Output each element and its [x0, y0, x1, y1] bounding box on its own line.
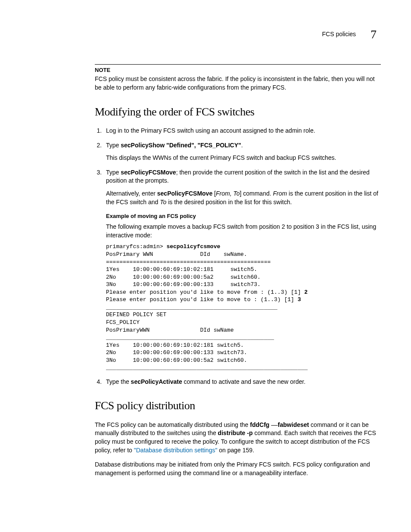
header-section-label: FCS policies: [322, 30, 356, 39]
code-l16: 3No 10:00:00:60:69:00:00:5a2 switch60.: [106, 357, 247, 364]
s3-alt-i: is the desired position in the list for …: [166, 199, 292, 205]
step-2-follow: This displays the WWNs of the current Pr…: [106, 154, 381, 162]
code-l02: PosPrimary WWN DId swName.: [106, 251, 247, 258]
code-l07a: Please enter position you'd like to move…: [106, 289, 304, 296]
step-2: Type secPolicyShow "Defined", "FCS_POLIC…: [103, 141, 381, 162]
code-l15: 2No 10:00:00:60:69:00:00:133 switch73.: [106, 349, 247, 356]
code-l08b: 3: [298, 296, 301, 303]
s3-alt-f: From: [273, 190, 287, 197]
step-3: Type secPolicyFCSMove; then provide the …: [103, 168, 381, 372]
code-l01b: secpolicyfcsmove: [166, 243, 220, 250]
step-4: Type the secPolicyActivate command to ac…: [103, 378, 381, 386]
dist-p1f: distribute -p: [218, 429, 253, 436]
step-3-cmd: secPolicyFCSMove: [121, 169, 176, 176]
dist-link[interactable]: "Database distribution settings": [134, 447, 218, 454]
dist-para-2: Database distributions may be initiated …: [95, 460, 381, 477]
note-text: FCS policy must be consistent across the…: [95, 75, 381, 92]
step-4-cmd: secPolicyActivate: [131, 378, 182, 385]
code-l17: ________________________________________…: [106, 364, 308, 371]
code-l06: 3No 10:00:00:60:69:00:00:133 switch73.: [106, 281, 261, 288]
code-l01a: primaryfcs:admin>: [106, 243, 166, 250]
code-block: primaryfcs:admin> secpolicyfcsmove PosPr…: [106, 243, 381, 371]
step-1-text: Log in to the Primary FCS switch using a…: [106, 127, 315, 134]
s3-alt-a: Alternatively, enter: [106, 190, 157, 197]
step-4-post: command to activate and save the new ord…: [182, 378, 305, 385]
dist-p1c: ––: [269, 421, 277, 428]
heading-modifying-order: Modifying the order of FCS switches: [95, 104, 381, 120]
heading-fcs-distribution: FCS policy distribution: [95, 398, 381, 414]
header-chapter-number: 7: [371, 26, 377, 43]
step-2-cmd: secPolicyShow "Defined", "FCS_POLICY": [121, 142, 241, 149]
step-3-pre: Type: [106, 169, 121, 176]
note-label: NOTE: [95, 66, 381, 74]
code-l03: ========================================…: [106, 259, 271, 265]
code-l13: ________________________________________…: [106, 334, 274, 341]
code-l14: 1Yes 10:00:00:60:69:10:02:181 switch5.: [106, 342, 244, 348]
s3-alt-d: From, To: [216, 190, 240, 197]
dist-p1h: on page 159.: [217, 447, 254, 454]
code-l04: 1Yes 10:00:00:60:69:10:02:181 switch5.: [106, 266, 257, 273]
main-content: NOTE FCS policy must be consistent acros…: [95, 64, 381, 477]
code-l05: 2No 10:00:00:60:69:00:00:5a2 switch60.: [106, 274, 261, 280]
code-l11: FCS_POLICY: [106, 319, 140, 326]
page-header: FCS policies 7: [30, 26, 381, 43]
code-l12: PosPrimaryWWN DId swName: [106, 327, 234, 333]
s3-alt-b: secPolicyFCSMove: [157, 190, 212, 197]
step-1: Log in to the Primary FCS switch using a…: [103, 127, 381, 135]
dist-p1d: fabwideset: [278, 421, 309, 428]
code-l10: DEFINED POLICY SET: [106, 311, 166, 318]
dist-para-1: The FCS policy can be automatically dist…: [95, 421, 381, 454]
dist-p1a: The FCS policy can be automatically dist…: [95, 421, 250, 428]
step-4-pre: Type the: [106, 378, 131, 385]
code-l08a: Please enter position you'd like to move…: [106, 296, 298, 303]
step-2-post: .: [241, 142, 243, 149]
note-rule: [95, 64, 381, 65]
s3-alt-h: To: [160, 199, 166, 205]
step-3-alt: Alternatively, enter secPolicyFCSMove [F…: [106, 190, 381, 206]
step-2-pre: Type: [106, 142, 121, 149]
s3-alt-e: ] command.: [240, 190, 273, 197]
code-l09: ________________________________________…: [106, 304, 277, 311]
steps-list: Log in to the Primary FCS switch using a…: [95, 127, 381, 386]
example-para: The following example moves a backup FCS…: [106, 223, 381, 240]
code-l07b: 2: [304, 289, 308, 296]
example-heading: Example of moving an FCS policy: [106, 212, 381, 220]
dist-p1b: fddCfg: [250, 421, 269, 428]
s3-alt-c: [: [212, 190, 216, 197]
